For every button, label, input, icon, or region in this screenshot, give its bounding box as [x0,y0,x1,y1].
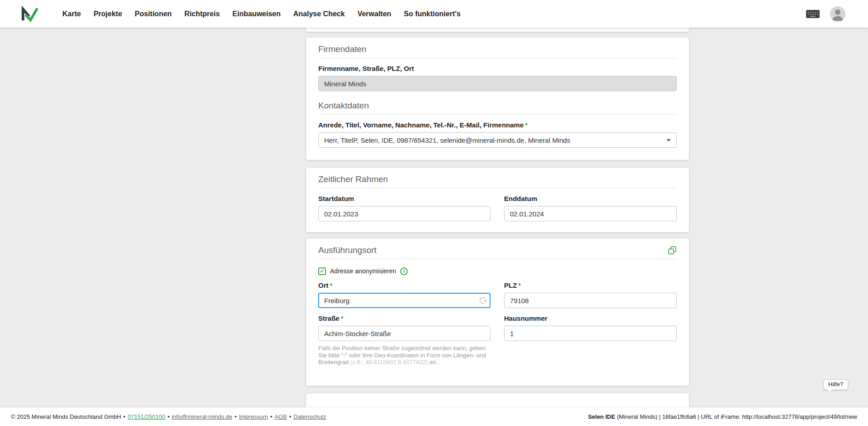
nav-item-projekte[interactable]: Projekte [94,10,122,18]
datenschutz-link[interactable]: Datenschutz [293,413,326,420]
loading-spinner-icon [479,297,486,304]
footer-right: Selen IDE (Mineral Minds) | 16fae1ffc6a6… [588,413,857,420]
required-marker: * [341,314,344,322]
firmenname-label: Firmenname, Straße, PLZ, Ort [318,65,677,73]
kontakt-label-text: Anrede, Titel, Vorname, Nachname, Tel.-N… [318,121,524,129]
main-nav: Karte Projekte Positionen Richtpreis Ein… [62,10,461,18]
info-icon[interactable]: i [400,267,408,275]
divider [318,114,677,115]
required-marker: * [518,281,521,289]
firmendaten-title: Firmendaten [318,44,677,54]
separator-dot: • [167,413,170,420]
zeitraum-title: Zeitlicher Rahmen [318,174,677,184]
hausnummer-input[interactable] [504,326,677,341]
help-button[interactable]: Hilfe? [823,379,848,390]
ort-input[interactable] [318,293,491,308]
chevron-down-icon [666,139,671,141]
enddatum-label: Enddatum [504,195,677,203]
mineral-minds-logo-icon[interactable] [20,5,38,23]
kontakt-select-value: Herr, TitelP, Selen, IDE, 0987/654321, s… [324,136,570,144]
keyboard-icon[interactable] [806,9,820,19]
strasse-label: Straße* [318,314,491,323]
ausfuehrungsort-title: Ausführungsort [318,245,377,255]
phone-link[interactable]: 07151/250100 [127,413,165,420]
impressum-link[interactable]: Impressum [239,413,268,420]
startdatum-input[interactable] [318,206,491,221]
nav-item-einbauweisen[interactable]: Einbauweisen [232,10,281,18]
ausfuehrungsort-card: Ausführungsort ✓ Adresse anonymisieren i… [306,239,689,386]
separator-dot: • [123,413,126,420]
divider [318,259,677,259]
hint-line-1: Falls die Position keiner Straße zugeord… [318,345,492,352]
hint-line-3-start: Breitengrad [318,359,349,365]
separator-dot: • [289,413,292,420]
enddatum-input[interactable] [504,206,677,221]
hint-line-3: Breitengrad (z.B.: 48.8115607,9.4077422)… [318,359,492,366]
required-marker: * [330,281,333,289]
kontakt-select[interactable]: Herr, TitelP, Selen, IDE, 0987/654321, s… [318,132,677,148]
form-content-column: Firmendaten Firmenname, Straße, PLZ, Ort… [306,28,689,421]
kontakt-label: Anrede, Titel, Vorname, Nachname, Tel.-N… [318,121,677,129]
hint-coordinates-example: (z.B.: 48.8115607,9.4077422) [350,359,428,365]
required-marker: * [525,121,528,129]
agb-link[interactable]: AGB [274,413,287,420]
plz-label: PLZ* [504,281,677,290]
separator-dot: • [270,413,273,420]
anonymize-label: Adresse anonymisieren [330,267,396,275]
anonymize-checkbox[interactable]: ✓ [318,267,326,275]
firmenname-input [318,76,677,91]
ide-brand-text: Selen IDE [588,413,615,420]
separator-dot: • [235,413,237,420]
top-navigation-bar: Karte Projekte Positionen Richtpreis Ein… [0,0,868,28]
firmendaten-card: Firmendaten Firmenname, Straße, PLZ, Ort… [306,37,689,160]
strasse-label-text: Straße [318,314,340,322]
copyright-text: © 2025 Mineral Minds Deutschland GmbH [11,413,121,420]
ide-session-info: (Mineral Minds) | 16fae1ffc6a6 | URL of … [617,413,857,420]
startdatum-label: Startdatum [318,195,491,203]
footer: © 2025 Mineral Minds Deutschland GmbH • … [0,407,868,426]
topbar-right-actions [806,6,845,22]
divider [318,58,677,58]
hint-line-3-end: an. [429,359,438,365]
kontaktdaten-title: Kontaktdaten [318,101,677,111]
strasse-input[interactable] [318,326,491,341]
nav-item-verwalten[interactable]: Verwalten [358,10,392,18]
user-avatar[interactable] [830,6,845,22]
email-link[interactable]: info@mineral-minds.de [172,413,232,420]
card-partial-top [306,28,689,32]
hausnummer-label: Hausnummer [504,314,677,323]
nav-item-positionen[interactable]: Positionen [135,10,172,18]
hint-line-2: Sie bitte "-" oder Ihre Geo-Koordinaten … [318,352,492,359]
nav-item-so-funktionierts[interactable]: So funktioniert's [404,10,461,18]
nav-item-karte[interactable]: Karte [62,10,81,18]
nav-item-richtpreis[interactable]: Richtpreis [184,10,220,18]
ort-label-text: Ort [318,281,329,289]
footer-left: © 2025 Mineral Minds Deutschland GmbH • … [11,413,326,420]
ort-label: Ort* [318,281,491,290]
plz-input[interactable] [504,293,677,308]
nav-item-analyse-check[interactable]: Analyse Check [293,10,345,18]
strasse-hint: Falls die Position keiner Straße zugeord… [318,345,492,366]
zeitlicher-rahmen-card: Zeitlicher Rahmen Startdatum Enddatum [306,168,689,232]
plz-label-text: PLZ [504,281,517,289]
copy-icon[interactable] [668,246,677,255]
